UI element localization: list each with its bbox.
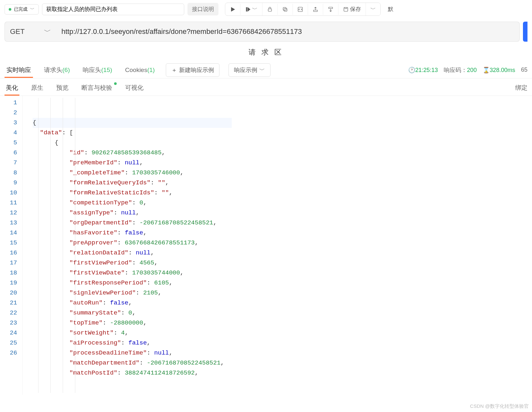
tab-count: (6) — [62, 67, 70, 73]
tab-count: (15) — [101, 67, 112, 73]
tab-label: Cookies — [125, 67, 147, 73]
svg-rect-5 — [314, 10, 317, 12]
subtab-beautify[interactable]: 美化 — [5, 80, 19, 95]
btn-label: 新建响应示例 — [179, 66, 214, 74]
subtab-label: 断言与校验 — [81, 84, 112, 91]
subtab-preview[interactable]: 预览 — [55, 80, 70, 95]
tab-request-headers[interactable]: 请求头(6) — [42, 63, 72, 77]
svg-rect-7 — [344, 7, 348, 11]
export-button[interactable] — [308, 4, 323, 15]
tab-response-headers[interactable]: 响应头(15) — [81, 63, 114, 77]
size: 65 — [521, 67, 527, 73]
import-button[interactable] — [323, 4, 338, 15]
tab-realtime-response[interactable]: 实时响应 — [5, 63, 33, 77]
tab-count: (1) — [147, 67, 155, 73]
subtab-visualize[interactable]: 可视化 — [124, 80, 145, 95]
step-button[interactable]: ﹀ — [240, 3, 262, 15]
status-label: 已完成 — [14, 6, 27, 12]
bind-link[interactable]: 绑定 — [515, 84, 527, 92]
save-dropdown[interactable]: ﹀ — [366, 3, 380, 15]
status-dropdown[interactable]: 已完成 ﹀ — [5, 4, 39, 15]
chevron-down-icon: ﹀ — [44, 27, 51, 36]
subtab-assert[interactable]: 断言与校验 — [80, 80, 113, 95]
tab-label: 请求头 — [44, 67, 62, 73]
lock-button[interactable] — [262, 4, 278, 15]
svg-rect-3 — [284, 8, 287, 11]
tab-cookies[interactable]: Cookies(1) — [123, 63, 157, 77]
save-button[interactable]: 保存 — [338, 3, 366, 15]
run-button[interactable] — [225, 4, 240, 15]
line-gutter: 1234567891011121314151617181920212223242… — [0, 96, 23, 395]
tab-label: 响应头 — [83, 67, 101, 73]
url-input[interactable]: http://127.0.0.1/seeyon/rest/affairs/don… — [56, 22, 520, 42]
copy-button[interactable] — [278, 4, 293, 15]
api-title-input[interactable] — [42, 4, 184, 15]
svg-rect-6 — [329, 7, 333, 9]
default-label[interactable]: 默 — [384, 3, 395, 15]
svg-rect-2 — [283, 7, 286, 10]
clock-time: 🕐21:25:13 — [408, 67, 438, 74]
url-text: http://127.0.0.1/seeyon/rest/affairs/don… — [61, 27, 302, 36]
response-body[interactable]: { "data": [ { "id": 9026274858539368485,… — [23, 96, 224, 395]
tab-label: 实时响应 — [6, 67, 31, 73]
api-spec-button[interactable]: 接口说明 — [187, 3, 218, 15]
method-select[interactable]: GET ﹀ — [5, 22, 56, 42]
status-code: 响应码：200 — [444, 66, 477, 74]
plus-icon: ＋ — [171, 66, 177, 74]
indicator-dot-icon — [114, 82, 117, 85]
duration: ⌛328.00ms — [483, 67, 515, 74]
status-dot-icon — [9, 8, 11, 11]
action-bar: ﹀ 保存 ﹀ — [225, 3, 381, 16]
method-label: GET — [10, 27, 25, 36]
save-label: 保存 — [350, 5, 361, 13]
watermark: CSDN @数字化转型体验官 — [470, 403, 529, 409]
code-button[interactable] — [293, 4, 308, 15]
svg-rect-0 — [246, 7, 247, 11]
btn-label: 响应示例 — [234, 66, 257, 74]
new-response-example-button[interactable]: ＋新建响应示例 — [166, 63, 219, 77]
svg-rect-1 — [268, 9, 272, 11]
send-button-edge[interactable] — [523, 22, 527, 42]
request-section-title: 请 求 区 — [0, 45, 532, 62]
response-example-dropdown[interactable]: 响应示例﹀ — [229, 63, 271, 77]
chevron-down-icon: ﹀ — [30, 6, 35, 12]
chevron-down-icon: ﹀ — [259, 66, 265, 74]
subtab-raw[interactable]: 原生 — [30, 80, 45, 95]
